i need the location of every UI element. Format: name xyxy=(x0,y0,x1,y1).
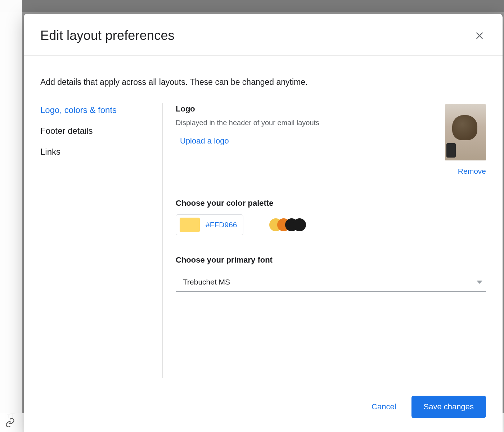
primary-color-input[interactable]: #FFD966 xyxy=(176,214,243,235)
primary-color-swatch xyxy=(180,218,200,232)
left-toolbar: тT xyxy=(0,0,22,432)
palette-preview xyxy=(269,218,306,231)
edit-layout-preferences-modal: Edit layout preferences Add details that… xyxy=(24,14,503,432)
main-panel: Logo Displayed in the header of your ema… xyxy=(163,103,486,378)
primary-color-hex: #FFD966 xyxy=(206,220,237,229)
cancel-button[interactable]: Cancel xyxy=(369,399,398,415)
logo-heading: Logo xyxy=(176,104,443,114)
chevron-down-icon xyxy=(477,281,482,284)
modal-footer: Cancel Save changes xyxy=(24,385,503,432)
logo-desc: Displayed in the header of your email la… xyxy=(176,119,443,127)
primary-font-select[interactable]: Trebuchet MS xyxy=(176,273,486,292)
nav-item-footer-details[interactable]: Footer details xyxy=(40,126,155,136)
palette-dot xyxy=(293,218,306,231)
link-icon[interactable] xyxy=(5,418,15,428)
logo-thumbnail[interactable] xyxy=(445,104,486,160)
palette-heading: Choose your color palette xyxy=(176,199,486,208)
nav-item-links[interactable]: Links xyxy=(40,147,155,157)
side-nav: Logo, colors & fonts Footer details Link… xyxy=(40,103,163,378)
close-button[interactable] xyxy=(473,29,486,42)
remove-logo-button[interactable]: Remove xyxy=(458,167,486,176)
nav-item-logo-colors-fonts[interactable]: Logo, colors & fonts xyxy=(40,105,155,115)
font-heading: Choose your primary font xyxy=(176,255,486,265)
modal-title: Edit layout preferences xyxy=(40,28,175,43)
save-changes-button[interactable]: Save changes xyxy=(411,396,486,418)
modal-header: Edit layout preferences xyxy=(24,14,503,56)
upload-logo-button[interactable]: Upload a logo xyxy=(176,136,229,146)
close-icon xyxy=(475,31,484,40)
selected-font-label: Trebuchet MS xyxy=(183,278,230,286)
intro-text: Add details that apply across all layout… xyxy=(40,77,486,87)
